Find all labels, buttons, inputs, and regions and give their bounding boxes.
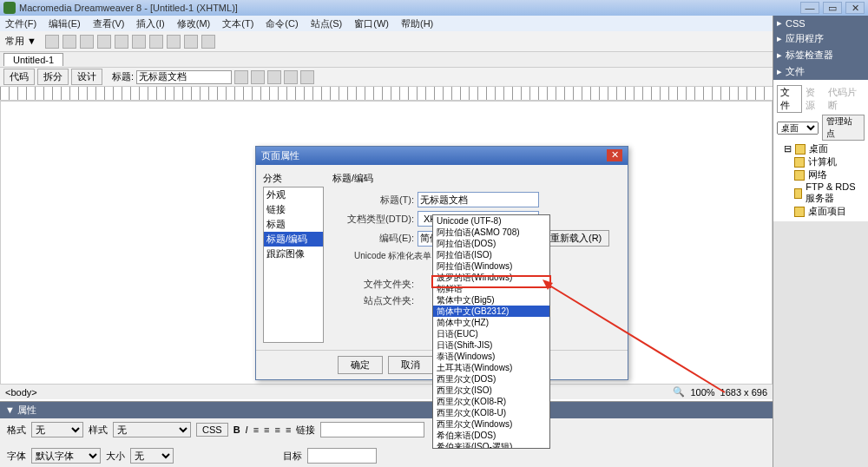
- encoding-option[interactable]: 泰语(Windows): [433, 351, 549, 362]
- tree-root[interactable]: 桌面: [809, 142, 828, 155]
- encoding-option[interactable]: 西里尔文(KOI8-U): [433, 407, 549, 418]
- toolbar-icon[interactable]: [251, 70, 265, 84]
- encoding-option[interactable]: 简体中文(GB2312): [433, 306, 549, 317]
- align-center-icon[interactable]: ≡: [264, 424, 269, 435]
- tree-item[interactable]: 网络: [794, 168, 865, 181]
- encoding-option[interactable]: 西里尔文(Windows): [433, 418, 549, 430]
- encoding-option[interactable]: 土耳其语(Windows): [433, 362, 549, 373]
- view-design-button[interactable]: 设计: [71, 69, 102, 85]
- italic-button[interactable]: I: [246, 424, 248, 435]
- toolbar-icon[interactable]: [80, 35, 94, 49]
- minimize-button[interactable]: —: [800, 2, 819, 14]
- align-right-icon[interactable]: ≡: [274, 424, 279, 435]
- panel-header-app[interactable]: 应用程序: [773, 30, 868, 47]
- manage-sites-button[interactable]: 管理站点: [822, 115, 865, 141]
- tag-selector[interactable]: <body>: [5, 387, 37, 398]
- category-item[interactable]: 标题/编码: [264, 232, 323, 247]
- bold-button[interactable]: B: [233, 424, 240, 435]
- encoding-option[interactable]: 西里尔文(DOS): [433, 373, 549, 385]
- menu-item[interactable]: 查看(V): [93, 17, 125, 30]
- ok-button[interactable]: 确定: [338, 356, 383, 374]
- toolbar-icon[interactable]: [62, 35, 76, 49]
- cancel-button[interactable]: 取消: [388, 356, 433, 374]
- style-label: 样式: [89, 424, 108, 437]
- menu-item[interactable]: 文件(F): [5, 17, 36, 30]
- menu-item[interactable]: 修改(M): [177, 17, 211, 30]
- toolbar-icon[interactable]: [167, 35, 181, 49]
- encoding-option[interactable]: 简体中文(HZ): [433, 317, 549, 328]
- view-split-button[interactable]: 拆分: [37, 69, 69, 85]
- toolbar-icon[interactable]: [234, 70, 248, 84]
- toolbar-icon[interactable]: [300, 70, 314, 84]
- toolbar-icon[interactable]: [115, 35, 128, 49]
- link-label: 链接: [296, 424, 315, 437]
- css-button[interactable]: CSS: [196, 423, 228, 437]
- toolbar-icon[interactable]: [97, 35, 111, 49]
- style-select[interactable]: 无: [113, 422, 191, 437]
- align-left-icon[interactable]: ≡: [253, 424, 259, 435]
- dialog-titlebar[interactable]: 页面属性 ✕: [256, 147, 628, 165]
- encoding-option[interactable]: 西里尔文(ISO): [433, 385, 549, 396]
- document-tab[interactable]: Untitled-1: [3, 53, 63, 66]
- file-tab[interactable]: 代码片断: [828, 86, 865, 112]
- title-input[interactable]: [136, 70, 232, 84]
- encoding-option[interactable]: 阿拉伯语(Windows): [433, 260, 549, 272]
- toolbar-icon[interactable]: [284, 70, 298, 84]
- encoding-option[interactable]: 希伯来语(ISO-逻辑): [433, 441, 549, 449]
- size-select[interactable]: 无: [130, 448, 174, 464]
- menubar: 文件(F)编辑(E)查看(V)插入(I)修改(M)文本(T)命令(C)站点(S)…: [0, 16, 868, 31]
- panel-header-file[interactable]: 文件: [773, 63, 868, 80]
- toolbar-icon[interactable]: [201, 35, 215, 49]
- encoding-option[interactable]: 日语(EUC): [433, 328, 549, 339]
- encoding-option[interactable]: 繁体中文(Big5): [433, 294, 549, 306]
- menu-item[interactable]: 窗口(W): [354, 17, 389, 30]
- category-item[interactable]: 跟踪图像: [264, 247, 323, 261]
- category-item[interactable]: 外观: [264, 187, 323, 202]
- reload-button[interactable]: 重新载入(R): [542, 230, 609, 247]
- tree-item[interactable]: 桌面项目: [794, 205, 865, 218]
- encoding-option[interactable]: 阿拉伯语(ASMO 708): [433, 227, 549, 238]
- toolbar-icon[interactable]: [267, 70, 281, 84]
- encoding-dropdown[interactable]: Unicode (UTF-8)阿拉伯语(ASMO 708)阿拉伯语(DOS)阿拉…: [432, 214, 550, 449]
- encoding-option[interactable]: 阿拉伯语(DOS): [433, 238, 549, 249]
- category-item[interactable]: 标题: [264, 217, 323, 232]
- panel-header-css[interactable]: CSS: [773, 16, 868, 30]
- encoding-option[interactable]: 阿拉伯语(ISO): [433, 249, 549, 260]
- toolbar-icon[interactable]: [149, 35, 163, 49]
- view-code-button[interactable]: 代码: [3, 69, 35, 85]
- tree-item[interactable]: FTP & RDS 服务器: [794, 181, 865, 205]
- category-list[interactable]: 外观链接标题标题/编码跟踪图像: [263, 187, 324, 343]
- toolbar-category[interactable]: 常用 ▼: [5, 35, 36, 48]
- menu-item[interactable]: 编辑(E): [49, 17, 81, 30]
- encoding-option[interactable]: Unicode (UTF-8): [433, 215, 549, 227]
- align-justify-icon[interactable]: ≡: [286, 424, 291, 435]
- maximize-button[interactable]: ▭: [823, 2, 842, 14]
- menu-item[interactable]: 站点(S): [311, 17, 343, 30]
- category-item[interactable]: 链接: [264, 202, 323, 217]
- menu-item[interactable]: 文本(T): [222, 17, 253, 30]
- section-heading: 标题/编码: [332, 172, 621, 185]
- dialog-close-button[interactable]: ✕: [607, 149, 622, 161]
- menu-item[interactable]: 帮助(H): [401, 17, 433, 30]
- encoding-option[interactable]: 希伯来语(DOS): [433, 430, 549, 441]
- target-input[interactable]: [307, 448, 377, 464]
- encoding-option[interactable]: 西里尔文(KOI8-R): [433, 396, 549, 407]
- format-select[interactable]: 无: [31, 422, 83, 437]
- site-select[interactable]: 桌面: [777, 122, 819, 135]
- menu-item[interactable]: 插入(I): [136, 17, 164, 30]
- toolbar-icon[interactable]: [45, 35, 59, 49]
- file-tab[interactable]: 文件: [777, 85, 802, 113]
- link-input[interactable]: [320, 422, 424, 437]
- category-label: 分类: [263, 172, 324, 185]
- title-field-input[interactable]: [418, 192, 539, 207]
- properties-header[interactable]: ▼ 属性: [0, 402, 773, 418]
- toolbar-icon[interactable]: [184, 35, 198, 49]
- close-button[interactable]: ✕: [845, 2, 865, 14]
- encoding-option[interactable]: 日语(Shift-JIS): [433, 339, 549, 351]
- font-select[interactable]: 默认字体: [31, 448, 101, 464]
- menu-item[interactable]: 命令(C): [266, 17, 298, 30]
- file-tab[interactable]: 资源: [806, 86, 824, 112]
- panel-header-tag[interactable]: 标签检查器: [773, 47, 868, 63]
- toolbar-icon[interactable]: [132, 35, 146, 49]
- tree-item[interactable]: 计算机: [794, 155, 865, 168]
